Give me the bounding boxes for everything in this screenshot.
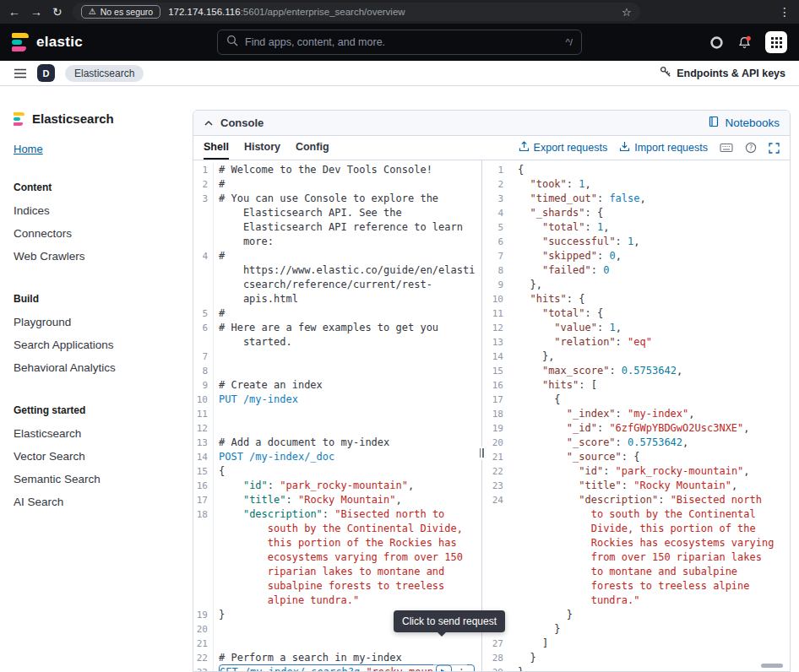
sidebar-section-content: Content <box>14 182 179 193</box>
console-collapse-button[interactable]: Console <box>204 117 264 129</box>
response-viewer[interactable]: 1{2 "took": 1,3 "timed_out": false,4 "_s… <box>482 160 790 671</box>
line-number: 8 <box>482 263 514 278</box>
url-host: 172.174.156.116 <box>168 7 240 17</box>
sidebar-item-indices[interactable]: Indices <box>14 199 179 222</box>
sidebar-item-elasticsearch[interactable]: Elasticsearch <box>14 422 179 445</box>
code-content: "_shards": { <box>518 206 774 220</box>
breadcrumb-bar: D Elasticsearch Endpoints & API keys <box>0 61 799 86</box>
code-content <box>219 407 475 421</box>
notebooks-button[interactable]: Notebooks <box>708 116 780 130</box>
code-line: 2 "took": 1, <box>482 177 790 192</box>
global-search[interactable]: ^/ <box>217 30 582 55</box>
line-number: 14 <box>193 450 214 464</box>
scrollbar-thumb[interactable] <box>761 664 783 668</box>
line-number: 17 <box>482 393 514 407</box>
console-actions: Export requests Import requests <box>519 141 780 154</box>
breadcrumb[interactable]: Elasticsearch <box>65 65 144 82</box>
back-icon[interactable]: ← <box>8 6 20 18</box>
sidebar-title: Elasticsearch <box>32 111 114 126</box>
console-editor-split: 1# Welcome to the Dev Tools Console!2#3#… <box>193 160 790 671</box>
code-content: "relation": "eq" <box>518 335 774 350</box>
sidebar-item-semantic-search[interactable]: Semantic Search <box>14 468 179 490</box>
code-content: ] <box>518 637 774 651</box>
line-number: 28 <box>482 651 514 665</box>
sidebar-item-web-crawlers[interactable]: Web Crawlers <box>14 245 179 268</box>
code-line: 5 "total": 1, <box>482 220 790 235</box>
menu-icon[interactable] <box>14 68 27 79</box>
tab-shell[interactable]: Shell <box>204 136 229 160</box>
code-content: { <box>518 393 774 407</box>
response-pane[interactable]: 1{2 "took": 1,3 "timed_out": false,4 "_s… <box>482 160 790 671</box>
line-number: 20 <box>193 622 214 637</box>
code-line: 20 "_score": 0.5753642, <box>482 436 790 450</box>
code-line: 13# Add a document to my-index <box>193 436 481 450</box>
deployment-avatar[interactable]: D <box>37 64 55 82</box>
code-content: # https://www.elastic.co/guide/en/elasti… <box>219 249 475 306</box>
sidebar-item-ai-search[interactable]: AI Search <box>14 490 179 513</box>
code-line: 22# Perform a search in my-index <box>193 651 481 665</box>
code-content: "timed_out": false, <box>518 192 774 206</box>
endpoints-api-keys-button[interactable]: Endpoints & API keys <box>660 66 785 80</box>
sidebar-item-home[interactable]: Home <box>14 143 43 155</box>
reload-icon[interactable]: ↻ <box>52 6 63 18</box>
line-number: 4 <box>193 249 214 306</box>
sidebar-item-search-applications[interactable]: Search Applications <box>14 333 179 356</box>
send-request-button[interactable] <box>436 664 452 671</box>
bookmark-star-icon[interactable]: ☆ <box>622 6 632 19</box>
line-number: 14 <box>482 350 514 364</box>
sidebar-item-behavioral-analytics[interactable]: Behavioral Analytics <box>14 356 179 379</box>
line-number: 6 <box>482 235 514 249</box>
request-editor-pane[interactable]: 1# Welcome to the Dev Tools Console!2#3#… <box>193 160 481 671</box>
address-bar[interactable]: ⚠ No es seguro 172.174.156.116:5601/app/… <box>73 3 640 21</box>
code-line: 15 "max_score": 0.5753642, <box>482 364 790 378</box>
help-icon[interactable]: ? <box>745 142 757 154</box>
setup-guide-icon[interactable] <box>709 35 724 50</box>
import-icon <box>619 141 630 154</box>
line-number: 19 <box>482 421 514 436</box>
line-number: 10 <box>482 292 514 306</box>
code-content: }, <box>518 350 774 364</box>
elastic-logo-icon <box>12 33 29 51</box>
sidebar-item-vector-search[interactable]: Vector Search <box>14 445 179 468</box>
line-number: 13 <box>193 436 214 450</box>
global-search-input[interactable] <box>245 36 558 48</box>
code-line: 17 { <box>482 393 790 407</box>
code-content: "total": 1, <box>518 220 774 235</box>
page-body: Elasticsearch Home ContentIndicesConnect… <box>0 86 799 672</box>
code-line: 18 "description": "Bisected north to sou… <box>193 507 481 608</box>
code-line: 3# You can use Console to explore the El… <box>193 192 481 249</box>
elastic-logo[interactable]: elastic <box>12 33 181 51</box>
request-menu-icon[interactable]: ⋮ <box>455 667 467 672</box>
tab-config[interactable]: Config <box>296 136 329 160</box>
sidebar-item-playground[interactable]: Playground <box>14 311 179 333</box>
keyboard-shortcuts-icon[interactable] <box>720 143 733 153</box>
tab-history[interactable]: History <box>244 136 280 160</box>
notebook-icon <box>708 116 720 130</box>
code-content: "total": { <box>518 306 774 321</box>
line-number: 12 <box>193 421 214 436</box>
not-secure-chip[interactable]: ⚠ No es seguro <box>81 5 160 19</box>
code-content: "description": "Bisected north to south … <box>219 507 475 608</box>
line-number: 1 <box>193 163 214 177</box>
browser-menu-icon[interactable]: ⋮ <box>779 6 791 18</box>
code-content: "max_score": 0.5753642, <box>518 364 774 378</box>
code-content: { <box>518 163 774 177</box>
forward-icon[interactable]: → <box>30 6 42 18</box>
line-number: 9 <box>193 378 214 393</box>
code-line: 1{ <box>482 163 790 177</box>
code-line: 12 <box>193 421 481 436</box>
sidebar-item-connectors[interactable]: Connectors <box>14 222 179 245</box>
fullscreen-icon[interactable] <box>769 143 780 154</box>
code-line: 1# Welcome to the Dev Tools Console! <box>193 163 481 177</box>
code-content: "title": "Rocky Mountain", <box>518 479 774 493</box>
code-line: 11 "total": { <box>482 306 790 321</box>
notifications-icon[interactable] <box>737 35 752 50</box>
request-editor[interactable]: 1# Welcome to the Dev Tools Console!2#3#… <box>193 160 481 671</box>
elasticsearch-product-icon <box>14 112 24 126</box>
line-number: 15 <box>193 464 214 479</box>
apps-grid-icon[interactable] <box>765 31 787 53</box>
import-requests-button[interactable]: Import requests <box>619 141 708 154</box>
code-line: 8 "failed": 0 <box>482 263 790 278</box>
export-requests-button[interactable]: Export requests <box>519 141 608 154</box>
code-line: 29} <box>482 665 790 671</box>
